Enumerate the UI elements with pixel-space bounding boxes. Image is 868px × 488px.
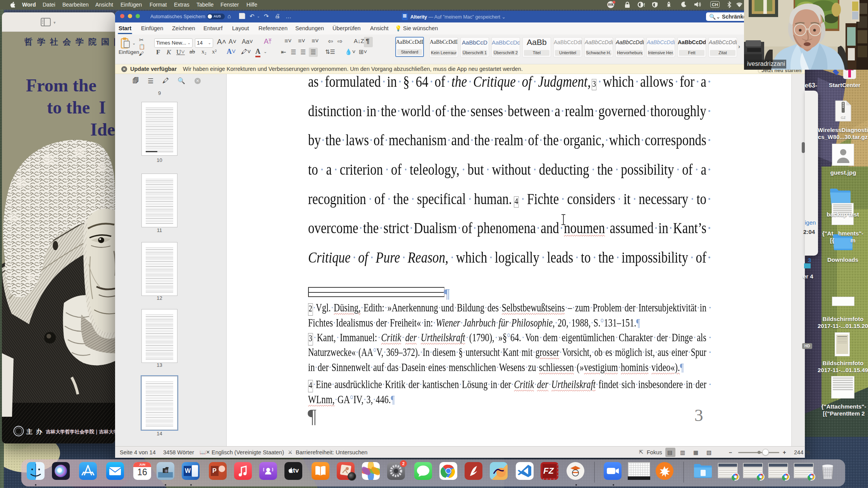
svg-text:吉林大学哲学社会学院｜吉林大学哲: 吉林大学哲学社会学院｜吉林大学哲 xyxy=(46,429,115,435)
svg-text:GZ: GZ xyxy=(841,116,846,120)
svg-text:主办: 主办 xyxy=(26,428,46,435)
svg-text:!: ! xyxy=(644,2,645,8)
